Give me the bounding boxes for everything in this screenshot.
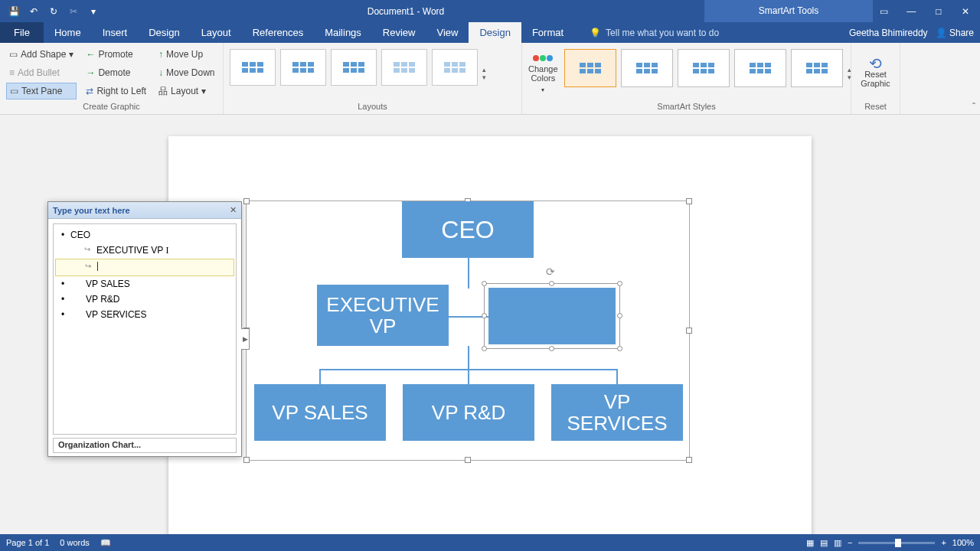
resize-handle[interactable] (243, 198, 250, 204)
tab-smartart-design[interactable]: Design (469, 22, 521, 43)
connector (319, 369, 321, 384)
add-bullet-button[interactable]: ≡ Add Bullet (6, 64, 77, 81)
maximize-icon[interactable]: □ (927, 2, 950, 21)
move-down-button[interactable]: ↓ Move Down (155, 64, 217, 81)
add-shape-button[interactable]: ▭ Add Shape ▾ (6, 46, 77, 63)
tab-smartart-format[interactable]: Format (521, 22, 574, 43)
text-pane-header: Type your text here ✕ (48, 202, 241, 219)
qat-more-icon[interactable]: ▾ (84, 2, 103, 21)
style-thumb-3[interactable] (678, 49, 730, 87)
ribbon-tabs: File Home Insert Design Layout Reference… (0, 22, 980, 43)
move-up-button[interactable]: ↑ Move Up (155, 46, 217, 63)
node-vp-services[interactable]: VP SERVICES (551, 384, 683, 441)
resize-handle[interactable] (465, 457, 471, 463)
style-thumb-2[interactable] (621, 49, 673, 87)
tab-design[interactable]: Design (138, 22, 190, 43)
resize-handle[interactable] (686, 457, 692, 463)
redo-icon[interactable]: ↻ (44, 2, 63, 21)
zoom-level[interactable]: 100% (952, 538, 974, 547)
tab-mailings[interactable]: Mailings (314, 22, 372, 43)
change-colors-button[interactable]: Change Colors▾ (528, 46, 558, 100)
text-pane-list[interactable]: CEO EXECUTIVE VP I VP SALES VP R&D VP SE… (53, 223, 237, 435)
proofing-icon[interactable]: 📖 (100, 538, 111, 548)
text-pane-item[interactable]: CEO (55, 227, 234, 243)
node-vp-rnd[interactable]: VP R&D (403, 384, 534, 441)
text-pane-item[interactable]: VP R&D (55, 292, 234, 307)
style-thumb-1[interactable] (564, 49, 616, 87)
tab-layout[interactable]: Layout (191, 22, 242, 43)
style-thumb-4[interactable] (734, 49, 786, 87)
zoom-slider[interactable] (858, 542, 935, 544)
layout-thumb-1[interactable] (230, 49, 276, 86)
quick-access-toolbar: 💾 ↶ ↻ ✂ ▾ (0, 0, 107, 22)
tab-home[interactable]: Home (44, 22, 92, 43)
tab-insert[interactable]: Insert (92, 22, 139, 43)
window-controls: ▭ — □ ✕ (873, 2, 980, 21)
text-pane-item[interactable]: VP SALES (55, 276, 234, 292)
tab-review[interactable]: Review (372, 22, 426, 43)
view-print-icon[interactable]: ▤ (820, 538, 828, 548)
connector (468, 346, 469, 369)
group-create-graphic: ▭ Add Shape ▾ ≡ Add Bullet ▭ Text Pane ←… (0, 43, 224, 114)
cut-icon[interactable]: ✂ (64, 2, 83, 21)
collapse-ribbon-icon[interactable]: ˆ (972, 102, 975, 112)
resize-handle[interactable] (686, 198, 692, 204)
layout-thumb-5[interactable] (432, 49, 478, 86)
layout-button[interactable]: 品 Layout ▾ (155, 83, 217, 99)
connector (468, 258, 469, 289)
minimize-icon[interactable]: — (900, 2, 923, 21)
connector (468, 369, 469, 384)
layout-thumb-2[interactable] (280, 49, 326, 86)
rtl-button[interactable]: ⇄ Right to Left (83, 83, 149, 99)
group-reset: ⟲Reset Graphic Reset (851, 43, 900, 114)
tab-references[interactable]: References (242, 22, 314, 43)
zoom-in-icon[interactable]: + (941, 538, 946, 547)
undo-icon[interactable]: ↶ (24, 2, 43, 21)
ribbon: ▭ Add Shape ▾ ≡ Add Bullet ▭ Text Pane ←… (0, 43, 980, 115)
close-text-pane-icon[interactable]: ✕ (230, 205, 237, 215)
promote-button[interactable]: ← Promote (83, 46, 149, 63)
smartart-frame[interactable]: CEO EXECUTIVE VP VP SALES VP R&D VP SERV… (246, 201, 690, 461)
text-pane-item[interactable]: VP SERVICES (55, 307, 234, 322)
style-thumb-5[interactable] (791, 49, 843, 87)
node-ceo[interactable]: CEO (402, 201, 534, 258)
view-read-icon[interactable]: ▦ (806, 538, 814, 548)
zoom-out-icon[interactable]: − (848, 538, 852, 547)
title-bar: 💾 ↶ ↻ ✂ ▾ Document1 - Word SmartArt Tool… (0, 0, 980, 22)
text-pane-collapse-icon[interactable]: ▶ (241, 328, 250, 350)
view-web-icon[interactable]: ▥ (834, 538, 841, 548)
connector (616, 369, 618, 384)
layout-thumb-4[interactable] (381, 49, 427, 86)
save-icon[interactable]: 💾 (5, 2, 23, 21)
layout-thumb-3[interactable] (331, 49, 377, 86)
node-exec-vp[interactable]: EXECUTIVE VP (317, 285, 449, 346)
word-count[interactable]: 0 words (60, 538, 90, 547)
demote-button[interactable]: → Demote (83, 64, 149, 81)
page[interactable]: CEO EXECUTIVE VP VP SALES VP R&D VP SERV… (168, 136, 812, 549)
text-pane-toggle[interactable]: ▭ Text Pane (6, 83, 77, 99)
close-icon[interactable]: ✕ (955, 2, 978, 21)
tab-file[interactable]: File (0, 22, 44, 43)
group-smartart-styles: Change Colors▾ ▴▾ SmartArt Styles (522, 43, 851, 114)
ribbon-options-icon[interactable]: ▭ (873, 2, 896, 21)
text-pane-footer[interactable]: Organization Chart... (53, 438, 237, 453)
text-pane-item[interactable]: EXECUTIVE VP I (55, 243, 234, 259)
group-layouts: ▴▾ Layouts (224, 43, 522, 114)
reset-graphic-button[interactable]: ⟲Reset Graphic (858, 46, 893, 100)
contextual-tab-title: SmartArt Tools (704, 0, 873, 22)
page-indicator[interactable]: Page 1 of 1 (6, 538, 49, 547)
resize-handle[interactable] (686, 328, 692, 334)
node-vp-sales[interactable]: VP SALES (254, 384, 386, 441)
share-button[interactable]: 👤 Share (936, 28, 974, 38)
status-bar: Page 1 of 1 0 words 📖 ▦ ▤ ▥ − + 100% (0, 534, 980, 551)
smartart-text-pane[interactable]: Type your text here ✕ CEO EXECUTIVE VP I… (47, 201, 242, 457)
user-name[interactable]: Geetha Bhimireddy (849, 28, 928, 38)
tab-view[interactable]: View (426, 22, 469, 43)
tell-me-search[interactable]: 💡Tell me what you want to do (574, 22, 719, 43)
resize-handle[interactable] (243, 457, 250, 463)
node-selection[interactable]: ⟳ (484, 283, 620, 349)
bulb-icon: 💡 (590, 28, 601, 38)
text-pane-item-active[interactable] (55, 259, 234, 276)
layouts-more-button[interactable]: ▴▾ (482, 49, 493, 97)
rotate-handle-icon[interactable]: ⟳ (546, 266, 555, 278)
